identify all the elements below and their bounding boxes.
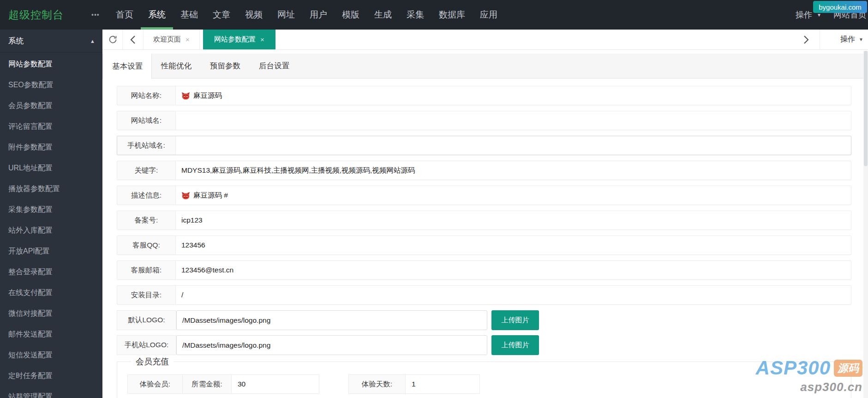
form-label: 描述信息: [117, 186, 176, 205]
nav-item[interactable]: 文章 [205, 0, 238, 30]
sidebar-header-label: 系统 [8, 36, 24, 46]
form-value: 123456@test.cn [181, 266, 233, 274]
sidebar-item[interactable]: 短信发送配置 [0, 345, 102, 366]
form-label: 网站域名: [117, 111, 176, 130]
more-menu-icon[interactable]: ••• [91, 0, 100, 30]
close-icon[interactable]: × [186, 36, 190, 43]
tab-reserved-params[interactable]: 预留参数 [201, 54, 250, 78]
default-logo-input[interactable]: /MDassets/images/logo.png [176, 310, 487, 330]
nav-item[interactable]: 网址 [270, 0, 302, 30]
sidebar-header[interactable]: 系统 ▲ [0, 30, 102, 53]
chevron-right-icon [803, 35, 809, 44]
sidebar-item[interactable]: 开放API配置 [0, 241, 102, 262]
nav-item[interactable]: 模版 [335, 0, 367, 30]
page-tabbar: 欢迎页面 × 网站参数配置 × 操作 ▼ [102, 30, 868, 50]
sidebar-item[interactable]: 会员参数配置 [0, 96, 102, 116]
nav-item-active[interactable]: 系统 [141, 0, 173, 30]
form-row: 网站域名: [117, 111, 851, 130]
upload-image-button[interactable]: 上传图片 [491, 335, 539, 355]
tabbar-action-label: 操作 [840, 35, 855, 44]
tab-backend-settings[interactable]: 后台设置 [250, 54, 299, 78]
form-label: 客服QQ: [117, 236, 176, 254]
tab-performance[interactable]: 性能优化 [152, 54, 201, 78]
member-recharge-fieldset: 会员充值 体验会员: 所需金额: 30 体验天数: 1 [117, 362, 851, 398]
sidebar-menu: 网站参数配置 SEO参数配置 会员参数配置 评论留言配置 附件参数配置 URL地… [0, 53, 102, 398]
vertical-scrollbar[interactable] [863, 51, 868, 398]
form-value: /MDassets/images/logo.png [182, 316, 270, 325]
site-name-field[interactable]: 麻豆源码 [176, 86, 851, 105]
form-label: 默认LOGO: [117, 310, 176, 330]
form-label: 网站名称: [117, 86, 176, 105]
icp-number-field[interactable]: icp123 [176, 211, 851, 229]
tabs-scroll-left-button[interactable] [123, 30, 143, 49]
form-value: 123456 [181, 241, 205, 249]
tab-basic-settings-active[interactable]: 基本设置 [103, 54, 152, 79]
tabbar-action-dropdown[interactable]: 操作 ▼ [840, 30, 863, 49]
trial-member-group: 体验会员: 所需金额: 30 [127, 374, 319, 394]
recharge-row: 体验会员: 所需金额: 30 体验天数: 1 [127, 374, 480, 394]
close-icon[interactable]: × [260, 36, 264, 43]
form-label: 备案号: [117, 211, 176, 229]
sidebar-item[interactable]: 邮件发送配置 [0, 324, 102, 345]
sidebar-item[interactable]: 微信对接配置 [0, 303, 102, 324]
tab-welcome-page[interactable]: 欢迎页面 × [143, 30, 200, 49]
topbar-action-label: 操作 [796, 9, 812, 20]
form-row: 客服邮箱: 123456@test.cn [117, 260, 851, 280]
trial-days-input[interactable]: 1 [405, 375, 479, 393]
form-row: 关键字: MDYS13,麻豆源码,麻豆科技,主播视频网,主播视频,视频源码,视频… [117, 161, 851, 180]
service-qq-field[interactable]: 123456 [176, 236, 851, 254]
sidebar-item[interactable]: SEO参数配置 [0, 75, 102, 96]
sidebar-item[interactable]: 站群管理配置 [0, 386, 102, 398]
site-domain-field[interactable] [176, 111, 851, 130]
form-value: MDYS13,麻豆源码,麻豆科技,主播视频网,主播视频,视频源码,视频网站源码 [181, 166, 415, 175]
description-field[interactable]: 麻豆源码 # [176, 186, 851, 205]
sidebar-item[interactable]: URL地址配置 [0, 158, 102, 179]
scrollbar-thumb[interactable] [864, 51, 868, 166]
nav-item[interactable]: 首页 [108, 0, 141, 30]
form-value: 麻豆源码 [193, 91, 222, 101]
form-label: 体验天数: [349, 375, 405, 393]
nav-item[interactable]: 用户 [302, 0, 335, 30]
upload-image-button[interactable]: 上传图片 [491, 310, 539, 330]
service-email-field[interactable]: 123456@test.cn [176, 261, 851, 279]
form-label: 手机站LOGO: [117, 335, 176, 355]
sidebar-item[interactable]: 播放器参数配置 [0, 179, 102, 199]
sidebar-item[interactable]: 整合登录配置 [0, 262, 102, 283]
nav-item[interactable]: 数据库 [431, 0, 473, 30]
trial-amount-input[interactable]: 30 [231, 375, 319, 393]
refresh-button[interactable] [103, 30, 123, 49]
nav-item[interactable]: 基础 [173, 0, 205, 30]
corner-badge: bygoukai.com [813, 1, 867, 13]
site-params-form: 网站名称: 麻豆源码 网站域名: 手机站域名: [102, 79, 863, 355]
form-row: 客服QQ: 123456 [117, 235, 851, 255]
keywords-field[interactable]: MDYS13,麻豆源码,麻豆科技,主播视频网,主播视频,视频源码,视频网站源码 [176, 161, 851, 180]
install-dir-field[interactable]: / [176, 286, 851, 304]
nav-item[interactable]: 采集 [399, 0, 431, 30]
sidebar-item[interactable]: 采集参数配置 [0, 199, 102, 220]
mobile-domain-input[interactable] [176, 136, 851, 155]
form-value: icp123 [181, 216, 203, 224]
sidebar-item[interactable]: 站外入库配置 [0, 220, 102, 241]
divider [820, 30, 820, 49]
tab-label: 网站参数配置 [214, 35, 256, 44]
mobile-logo-input[interactable]: /MDassets/images/logo.png [176, 335, 487, 355]
sidebar-item-active[interactable]: 网站参数配置 [0, 54, 102, 75]
form-row: 手机站LOGO: /MDassets/images/logo.png 上传图片 [117, 335, 851, 355]
sidebar-item[interactable]: 定时任务配置 [0, 366, 102, 386]
devil-emoji-icon [181, 192, 190, 199]
sidebar-item[interactable]: 评论留言配置 [0, 116, 102, 137]
tabs-scroll-right-button[interactable] [798, 30, 814, 49]
form-label: 安装目录: [117, 286, 176, 304]
form-row: 安装目录: / [117, 285, 851, 305]
nav-item[interactable]: 应用 [473, 0, 505, 30]
app-logo: 超级控制台 [8, 0, 64, 30]
trial-days-group: 体验天数: 1 [348, 374, 480, 394]
nav-item[interactable]: 生成 [367, 0, 399, 30]
sidebar-item[interactable]: 在线支付配置 [0, 283, 102, 303]
form-value: /MDassets/images/logo.png [182, 341, 270, 350]
nav-item[interactable]: 视频 [238, 0, 270, 30]
sidebar-item[interactable]: 附件参数配置 [0, 137, 102, 158]
form-label: 客服邮箱: [117, 261, 176, 279]
tab-site-params-active[interactable]: 网站参数配置 × [203, 30, 275, 49]
sidebar: 系统 ▲ 网站参数配置 SEO参数配置 会员参数配置 评论留言配置 附件参数配置… [0, 30, 102, 398]
